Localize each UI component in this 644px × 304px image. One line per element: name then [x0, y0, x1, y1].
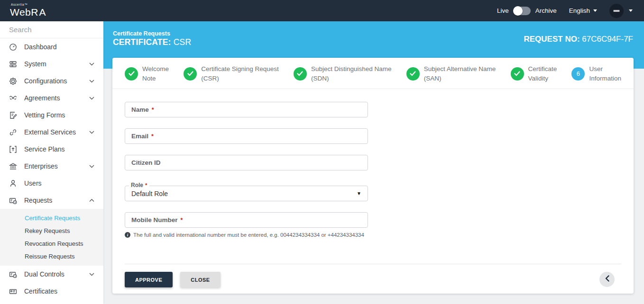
user-information-form: Name * Email * Citizen ID Role* Default …: [112, 89, 634, 238]
webra-brand-label: WebRA: [10, 7, 47, 18]
required-asterisk: *: [145, 182, 147, 188]
sidebar-item-label: Vetting Forms: [24, 111, 65, 119]
sidebar-item-label: Service Plans: [24, 145, 65, 153]
step-check-icon: [511, 67, 524, 80]
sidebar-item-agreements[interactable]: Agreements: [0, 89, 103, 107]
email-field[interactable]: Email *: [125, 128, 368, 144]
citizen-id-field-label: Citizen ID: [131, 159, 161, 166]
step-label: Certificate Validity: [528, 64, 557, 83]
sidebar-item-users[interactable]: Users: [0, 175, 103, 192]
certificate-card-icon: [9, 287, 17, 295]
sidebar-item-rekey-requests[interactable]: Rekey Requests: [0, 224, 103, 237]
request-number: REQUEST NO: 67C6C94F-7F: [524, 35, 634, 44]
live-archive-toggle-group: Live Archive: [497, 7, 557, 15]
search-input[interactable]: [9, 26, 103, 34]
link-icon: [9, 128, 17, 136]
sidebar-item-reissue-requests[interactable]: Reissue Requests: [0, 250, 103, 263]
citizen-id-field[interactable]: Citizen ID: [125, 155, 368, 170]
sidebar-item-revocation-requests[interactable]: Revocation Requests: [0, 237, 103, 250]
mobile-number-field[interactable]: Mobile Number *: [125, 212, 368, 228]
approve-button[interactable]: APPROVE: [125, 272, 173, 287]
handshake-icon: [9, 94, 17, 102]
info-icon: i: [125, 232, 130, 238]
sidebar-item-enterprises[interactable]: Enterprises: [0, 158, 103, 175]
sidebar-item-label: System: [24, 60, 46, 68]
sidebar-item-label: Certificates: [24, 287, 57, 295]
step-label: Subject Alternative Name (SAN): [424, 64, 496, 83]
role-field-wrapper: Role* Default Role ▼: [125, 186, 368, 201]
toggle-knob[interactable]: [513, 6, 523, 16]
step-label: User Information: [589, 64, 621, 83]
back-button[interactable]: [599, 272, 615, 287]
sidebar-item-label: Agreements: [24, 94, 60, 102]
sidebar-item-dual-controls[interactable]: Dual Controls: [0, 266, 103, 283]
request-card-icon: [9, 197, 17, 205]
sidebar-item-service-plans[interactable]: Service Plans: [0, 141, 103, 158]
sidebar-item-certificates[interactable]: Certificates: [0, 283, 103, 300]
dashboard-icon: [9, 43, 17, 51]
name-field[interactable]: Name *: [125, 102, 368, 117]
role-field-label: Role*: [129, 182, 149, 189]
required-asterisk: *: [151, 133, 154, 140]
chevron-up-icon: [89, 199, 94, 202]
webra-logo[interactable]: Ascertia™ WebRA: [10, 2, 47, 17]
email-field-label: Email: [131, 133, 148, 140]
step-welcome-note[interactable]: Welcome Note: [125, 64, 169, 83]
mobile-number-field-label: Mobile Number: [131, 216, 178, 224]
step-san[interactable]: Subject Alternative Name (SAN): [406, 64, 496, 83]
form-actions: APPROVE CLOSE: [125, 272, 221, 287]
step-check-icon: [406, 67, 420, 80]
chevron-down-icon: [629, 9, 633, 12]
requests-submenu: Certificate Requests Rekey Requests Revo…: [0, 209, 103, 266]
step-check-icon: [125, 67, 138, 80]
name-field-label: Name: [131, 106, 149, 113]
chevron-down-icon: [593, 9, 597, 12]
avatar[interactable]: [609, 4, 624, 18]
sidebar-item-requests[interactable]: Requests: [0, 192, 103, 209]
close-button[interactable]: CLOSE: [180, 272, 220, 287]
sidebar-item-system[interactable]: System: [0, 55, 103, 72]
avatar-text: [614, 10, 620, 12]
sidebar-item-certificate-requests[interactable]: Certificate Requests: [0, 212, 103, 224]
sidebar-item-label: Enterprises: [24, 162, 58, 170]
sidebar-item-label: Dual Controls: [24, 270, 64, 278]
step-number-badge: 6: [571, 67, 585, 80]
chevron-down-icon: [89, 273, 94, 276]
sidebar-item-partial[interactable]: [0, 300, 103, 304]
sidebar-item-vetting-forms[interactable]: Vetting Forms: [0, 107, 103, 124]
chevron-down-icon: [89, 80, 94, 83]
role-selected-value: Default Role: [131, 190, 168, 197]
sidebar-item-label: Configurations: [24, 77, 67, 85]
step-sdn[interactable]: Subject Distinguished Name (SDN): [294, 64, 392, 83]
sidebar-item-configurations[interactable]: Configurations: [0, 72, 103, 89]
submenu-item-label: Revocation Requests: [25, 240, 83, 247]
step-certificate-validity[interactable]: Certificate Validity: [511, 64, 557, 83]
sidebar-item-external-services[interactable]: External Services: [0, 124, 103, 141]
sidebar-item-dashboard[interactable]: Dashboard: [0, 38, 103, 55]
user-menu[interactable]: [609, 4, 633, 18]
sidebar-search: [0, 21, 103, 38]
bank-icon: [9, 162, 17, 170]
sidebar-item-label: Users: [24, 179, 42, 187]
live-archive-toggle[interactable]: [514, 7, 531, 15]
sidebar: Dashboard System Configurations Ag: [0, 21, 103, 304]
role-select[interactable]: Default Role ▼: [125, 186, 368, 201]
mobile-number-hint: i The full and valid international numbe…: [125, 232, 621, 238]
breadcrumb: Certificate Requests: [113, 30, 170, 37]
step-label: Subject Distinguished Name (SDN): [311, 64, 392, 83]
main-content: Certificate Requests CERTIFICATE: CSR RE…: [103, 21, 644, 304]
step-csr[interactable]: Certificate Signing Request (CSR): [184, 64, 279, 83]
mobile-number-hint-text: The full and valid international number …: [133, 232, 364, 238]
submenu-item-label: Rekey Requests: [25, 227, 70, 234]
chevron-down-icon: [89, 63, 94, 66]
user-icon: [9, 179, 17, 188]
required-asterisk: *: [181, 217, 183, 224]
submenu-item-label: Reissue Requests: [25, 253, 75, 260]
topbar: Ascertia™ WebRA Live Archive English: [0, 0, 644, 21]
dual-controls-card-icon: [9, 270, 17, 278]
step-user-information[interactable]: 6 User Information: [571, 64, 621, 83]
footer-divider: [125, 264, 621, 264]
required-asterisk: *: [152, 107, 154, 113]
sidebar-item-label: Requests: [24, 197, 52, 204]
language-selector[interactable]: English: [569, 7, 597, 14]
